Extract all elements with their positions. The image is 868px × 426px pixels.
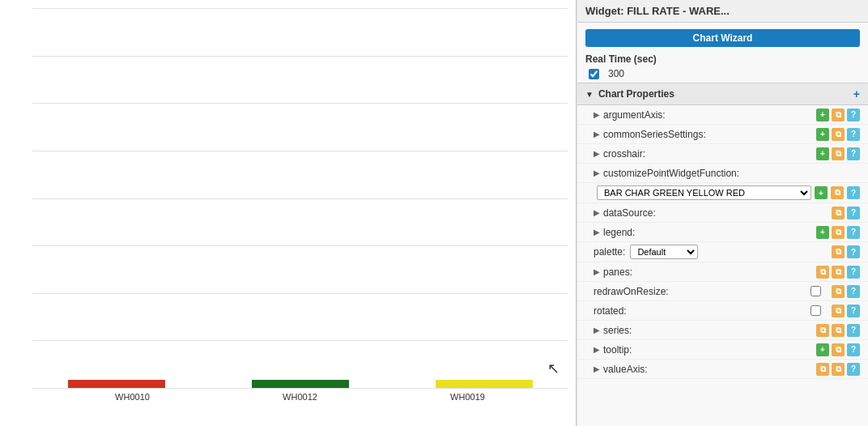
btn-help[interactable]: ?	[847, 324, 860, 337]
bar-wh0019	[436, 380, 533, 388]
btn-help[interactable]: ?	[847, 363, 860, 376]
btn-copy[interactable]: ⧉	[816, 363, 829, 376]
btn-plus[interactable]: +	[816, 128, 829, 141]
section-collapse-icon: ▼	[585, 90, 594, 99]
palette-label: palette:	[594, 246, 625, 258]
x-label-wh0012: WH0012	[216, 392, 384, 402]
expand-icon[interactable]: ▶	[594, 326, 600, 334]
expand-icon[interactable]: ▶	[594, 149, 600, 158]
panel-title: Widget: FILL RATE - WARE...	[585, 5, 730, 17]
btn-help[interactable]: ?	[847, 266, 860, 279]
btn-help[interactable]: ?	[847, 226, 860, 239]
btn-help[interactable]: ?	[847, 147, 860, 160]
prop-series: ▶ series: ⧉ ⧉ ?	[577, 321, 868, 340]
prop-actions: ⧉ ⧉ ?	[816, 324, 860, 337]
btn-help[interactable]: ?	[847, 343, 860, 356]
prop-redraw-label: redrawOnResize:	[594, 286, 811, 297]
real-time-checkbox[interactable]	[589, 69, 599, 79]
btn-copy2[interactable]: ⧉	[832, 363, 845, 376]
btn-copy[interactable]: ⧉	[832, 245, 845, 258]
prop-actions: ⧉ ?	[832, 305, 860, 317]
prop-actions: + ⧉ ?	[816, 226, 860, 239]
palette-select[interactable]: Default Material Soft Pastel	[630, 245, 698, 259]
btn-help[interactable]: ?	[847, 245, 860, 258]
rotated-checkbox[interactable]	[811, 305, 821, 316]
chart-grid	[32, 8, 568, 388]
expand-icon[interactable]: ▶	[594, 228, 600, 236]
real-time-row: Real Time (sec)	[577, 50, 868, 68]
btn-help[interactable]: ?	[847, 207, 860, 219]
prop-name: argumentAxis:	[603, 109, 816, 121]
prop-name: tooltip:	[603, 344, 816, 356]
prop-name: crosshair:	[603, 148, 816, 160]
customize-dropdown[interactable]: BAR CHAR GREEN YELLOW RED Default Custom	[597, 185, 811, 200]
prop-actions: ⧉ ⧉ ?	[816, 266, 860, 279]
prop-actions: ⧉ ⧉ ?	[816, 363, 860, 376]
prop-rotated-label: rotated:	[594, 305, 811, 317]
btn-help[interactable]: ?	[847, 186, 860, 199]
btn-copy[interactable]: ⧉	[832, 207, 845, 219]
btn-help[interactable]: ?	[847, 128, 860, 141]
prop-actions: + ⧉ ?	[816, 147, 860, 160]
bar-wh0010	[68, 380, 165, 388]
expand-icon[interactable]: ▶	[594, 130, 600, 138]
expand-icon[interactable]: ▶	[594, 267, 600, 276]
expand-icon[interactable]: ▶	[594, 345, 600, 354]
chart-area: WH0010 WH0012 WH0019 ↖	[0, 0, 577, 426]
btn-copy2[interactable]: ⧉	[832, 324, 845, 337]
real-time-checkbox-row: 300	[577, 68, 868, 83]
expand-icon[interactable]: ▶	[594, 208, 600, 217]
prop-customize-dropdown-row: BAR CHAR GREEN YELLOW RED Default Custom…	[577, 183, 868, 203]
btn-copy[interactable]: ⧉	[832, 305, 845, 317]
prop-legend: ▶ legend: + ⧉ ?	[577, 223, 868, 242]
prop-name: series:	[603, 325, 816, 336]
btn-copy[interactable]: ⧉	[832, 128, 845, 141]
expand-icon[interactable]: ▶	[594, 364, 600, 373]
prop-datasource: ▶ dataSource: ⧉ ?	[577, 203, 868, 223]
btn-copy[interactable]: ⧉	[832, 109, 845, 121]
real-time-value: 300	[608, 68, 624, 79]
prop-actions: + ⧉ ?	[816, 128, 860, 141]
prop-rotated: rotated: ⧉ ?	[577, 301, 868, 321]
btn-plus[interactable]: +	[816, 226, 829, 239]
btn-help[interactable]: ?	[847, 285, 860, 298]
prop-actions: ⧉ ?	[832, 207, 860, 219]
btn-plus[interactable]: +	[816, 109, 829, 121]
expand-icon[interactable]: ▶	[594, 110, 600, 119]
bar-wh0012	[252, 380, 349, 388]
btn-plus[interactable]: +	[815, 186, 828, 199]
prop-actions: ⧉ ?	[832, 245, 860, 258]
btn-plus[interactable]: +	[816, 147, 829, 160]
btn-copy[interactable]: ⧉	[832, 343, 845, 356]
prop-argumentaxis: ▶ argumentAxis: + ⧉ ?	[577, 105, 868, 125]
x-axis: WH0010 WH0012 WH0019	[32, 388, 568, 402]
btn-help[interactable]: ?	[847, 305, 860, 317]
btn-copy[interactable]: ⧉	[832, 226, 845, 239]
prop-commonseriesettings: ▶ commonSeriesSettings: + ⧉ ?	[577, 125, 868, 144]
prop-tooltip: ▶ tooltip: + ⧉ ?	[577, 340, 868, 360]
btn-copy[interactable]: ⧉	[832, 285, 845, 298]
btn-copy[interactable]: ⧉	[831, 186, 844, 199]
right-panel: Widget: FILL RATE - WARE... Chart Wizard…	[577, 0, 868, 426]
expand-icon[interactable]: ▶	[594, 168, 600, 177]
btn-copy[interactable]: ⧉	[816, 266, 829, 279]
section-add-icon[interactable]: +	[853, 87, 860, 100]
btn-copy[interactable]: ⧉	[816, 324, 829, 337]
grid-line	[32, 388, 568, 389]
redrawonresize-checkbox[interactable]	[811, 286, 821, 296]
btn-copy2[interactable]: ⧉	[832, 266, 845, 279]
chart-properties-header[interactable]: ▼ Chart Properties +	[577, 83, 868, 105]
btn-plus[interactable]: +	[816, 343, 829, 356]
btn-copy[interactable]: ⧉	[832, 147, 845, 160]
prop-name: legend:	[603, 227, 816, 238]
bar-group-wh0010	[49, 380, 184, 388]
properties-list: ▶ argumentAxis: + ⧉ ? ▶ commonSeriesSett…	[577, 105, 868, 379]
prop-name: valueAxis:	[603, 364, 816, 375]
x-label-wh0010: WH0010	[49, 392, 216, 402]
btn-help[interactable]: ?	[847, 109, 860, 121]
prop-redrawonresize: redrawOnResize: ⧉ ?	[577, 282, 868, 301]
chart-wizard-button[interactable]: Chart Wizard	[585, 29, 860, 47]
bars-container	[32, 8, 568, 388]
bar-group-wh0019	[416, 380, 551, 388]
prop-name: dataSource:	[603, 207, 832, 219]
